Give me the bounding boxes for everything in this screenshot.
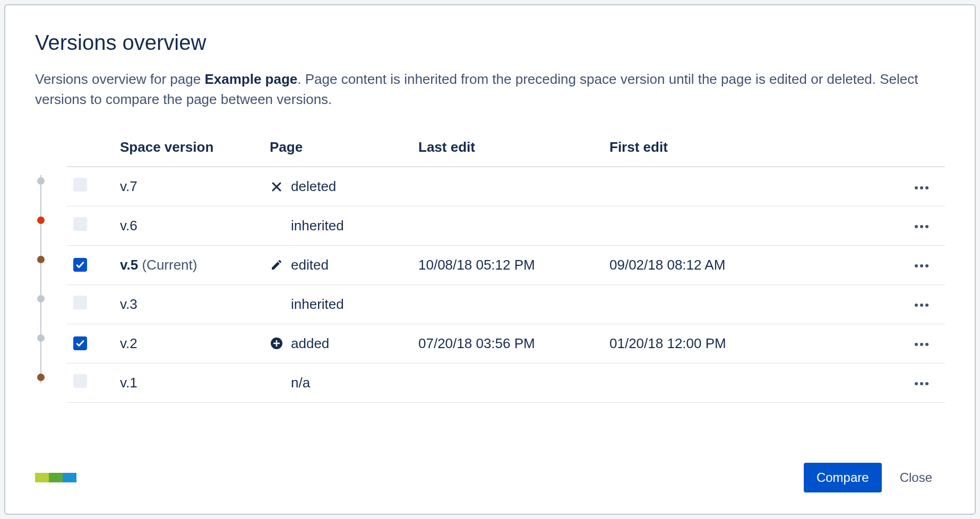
svg-point-3 — [920, 186, 923, 189]
table-container: Space version Page Last edit First edit … — [35, 131, 945, 436]
svg-point-2 — [915, 186, 918, 189]
row-actions-menu[interactable] — [911, 297, 932, 313]
last-edit-cell — [412, 363, 603, 402]
row-checkbox[interactable] — [73, 336, 87, 350]
svg-point-18 — [920, 343, 923, 346]
table-row: v.2added07/20/18 03:56 PM01/20/18 12:00 … — [67, 324, 945, 363]
dialog-description: Versions overview for page Example page.… — [35, 70, 945, 109]
svg-point-6 — [920, 225, 923, 228]
footer-buttons: Compare Close — [804, 463, 945, 492]
row-actions-menu[interactable] — [911, 219, 932, 235]
row-checkbox[interactable] — [73, 296, 87, 309]
col-header-actions — [902, 131, 945, 167]
first-edit-cell — [603, 167, 902, 206]
row-checkbox[interactable] — [73, 374, 87, 388]
timeline-dot — [37, 374, 45, 381]
svg-point-22 — [925, 382, 929, 385]
svg-point-4 — [925, 186, 929, 189]
svg-point-10 — [925, 264, 929, 267]
version-label: v.5 — [120, 257, 138, 273]
brand-bar-segment — [49, 473, 63, 482]
version-label: v.7 — [120, 178, 137, 194]
table-row: v.7deleted — [67, 167, 945, 206]
page-status: deleted — [291, 178, 336, 195]
timeline-line — [40, 175, 41, 383]
svg-point-17 — [915, 343, 918, 346]
empty-icon — [270, 219, 283, 232]
svg-point-20 — [915, 382, 918, 385]
col-header-last-edit: Last edit — [412, 131, 603, 167]
svg-point-5 — [915, 225, 918, 228]
row-actions-menu[interactable] — [911, 376, 932, 392]
svg-point-13 — [925, 304, 929, 307]
empty-icon — [270, 297, 283, 311]
timeline-dot — [37, 256, 45, 263]
page-status: added — [291, 335, 329, 352]
svg-point-21 — [920, 382, 923, 385]
table-row: v.5 (Current)edited10/08/18 05:12 PM09/0… — [67, 245, 945, 284]
first-edit-cell: 09/02/18 08:12 AM — [603, 245, 902, 284]
timeline-dot — [37, 295, 45, 302]
svg-point-12 — [920, 304, 923, 307]
svg-point-9 — [920, 264, 923, 267]
desc-page-name: Example page — [204, 71, 297, 87]
row-checkbox[interactable] — [73, 258, 87, 272]
timeline-dot — [37, 334, 45, 342]
x-icon — [270, 180, 283, 194]
dialog-title: Versions overview — [35, 31, 945, 55]
table-row: v.3inherited — [67, 284, 945, 324]
first-edit-cell — [603, 284, 902, 324]
row-checkbox[interactable] — [73, 178, 87, 192]
last-edit-cell — [412, 206, 603, 245]
row-actions-menu[interactable] — [911, 336, 932, 352]
page-status: edited — [291, 257, 329, 273]
plus-circle-icon — [270, 336, 283, 350]
desc-prefix: Versions overview for page — [35, 71, 204, 87]
page-status: inherited — [291, 296, 344, 313]
table-row: v.6inherited — [67, 206, 945, 245]
first-edit-cell: 01/20/18 12:00 PM — [603, 324, 902, 363]
brand-bar-segment — [63, 473, 76, 482]
svg-point-8 — [915, 264, 918, 267]
version-label: v.2 — [120, 335, 137, 351]
svg-point-11 — [915, 304, 918, 307]
page-status: inherited — [291, 218, 344, 234]
version-label: v.3 — [120, 296, 137, 312]
last-edit-cell — [412, 167, 603, 206]
svg-point-7 — [925, 225, 929, 228]
row-actions-menu[interactable] — [911, 180, 932, 196]
version-suffix: (Current) — [138, 257, 197, 273]
table-row: v.1n/a — [67, 363, 945, 402]
dialog-footer: Compare Close — [35, 457, 945, 492]
versions-overview-dialog: Versions overview Versions overview for … — [4, 4, 976, 515]
row-actions-menu[interactable] — [911, 258, 932, 274]
version-label: v.1 — [120, 375, 137, 391]
col-header-checkbox — [67, 131, 99, 167]
timeline-dot — [37, 217, 45, 224]
version-label: v.6 — [120, 218, 137, 233]
last-edit-cell: 07/20/18 03:56 PM — [412, 324, 603, 363]
last-edit-cell: 10/08/18 05:12 PM — [412, 245, 603, 284]
versions-table: Space version Page Last edit First edit … — [67, 131, 945, 403]
close-button[interactable]: Close — [887, 463, 945, 492]
brand-bar-segment — [35, 473, 49, 482]
compare-button[interactable]: Compare — [804, 463, 882, 492]
empty-icon — [270, 376, 283, 390]
col-header-version: Space version — [99, 131, 263, 167]
col-header-page: Page — [263, 131, 412, 167]
svg-point-19 — [925, 343, 929, 346]
col-header-first-edit: First edit — [603, 131, 902, 167]
pencil-icon — [270, 258, 283, 272]
page-status: n/a — [291, 375, 310, 391]
first-edit-cell — [603, 206, 902, 245]
last-edit-cell — [412, 284, 603, 324]
timeline — [35, 161, 67, 397]
brand-color-bars — [35, 473, 76, 482]
timeline-dot — [37, 177, 45, 185]
first-edit-cell — [603, 363, 902, 402]
row-checkbox[interactable] — [73, 217, 87, 231]
